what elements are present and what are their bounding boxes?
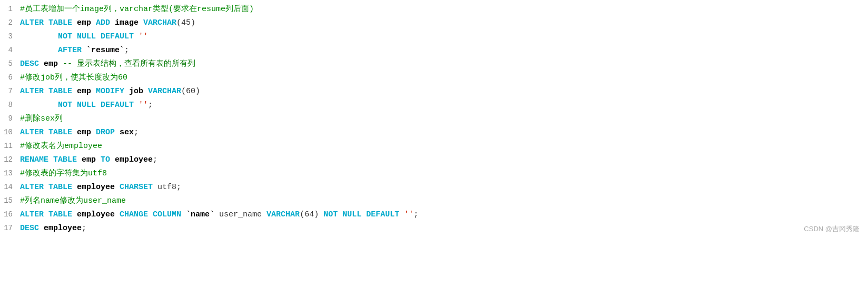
line-content: #员工表增加一个image列，varchar类型(要求在resume列后面)	[20, 3, 868, 16]
line-content: AFTER `resume`;	[20, 44, 868, 57]
code-token: `name`	[186, 210, 219, 219]
code-token: TO	[101, 155, 115, 164]
code-token: #修改表的字符集为utf8	[20, 169, 107, 178]
code-token: RENAME TABLE	[20, 155, 82, 164]
code-token: emp	[77, 128, 96, 137]
code-line: 3 NOT NULL DEFAULT ''	[0, 31, 868, 44]
code-token: AFTER	[20, 46, 86, 55]
code-token: employee	[115, 155, 153, 164]
code-token: DESC	[20, 60, 44, 68]
code-token: (45)	[176, 18, 195, 27]
code-line: 8 NOT NULL DEFAULT '';	[0, 99, 868, 113]
line-content: ALTER TABLE employee CHANGE COLUMN `name…	[20, 209, 868, 221]
code-token: utf8	[157, 183, 176, 192]
code-token: ALTER TABLE	[20, 128, 77, 137]
code-token: ALTER TABLE	[20, 87, 77, 96]
line-content: NOT NULL DEFAULT ''	[20, 31, 868, 43]
code-token: #列名name修改为user_name	[20, 196, 126, 205]
code-token: employee	[44, 224, 82, 233]
code-token: ''	[404, 210, 413, 219]
line-content: DESC employee;	[20, 222, 868, 235]
code-token: VARCHAR	[148, 87, 181, 96]
line-number: 11	[0, 140, 20, 152]
line-number: 4	[0, 44, 20, 56]
line-content: DESC emp -- 显示表结构，查看所有表的所有列	[20, 58, 868, 71]
code-token: employee	[77, 210, 120, 219]
code-token: #修改job列，使其长度改为60	[20, 73, 127, 82]
line-number: 12	[0, 154, 20, 165]
code-token: sex	[120, 128, 134, 137]
code-token: CHARSET	[120, 183, 157, 192]
code-line: 14ALTER TABLE employee CHARSET utf8;	[0, 181, 868, 195]
code-line: 15#列名name修改为user_name	[0, 195, 868, 209]
line-number: 7	[0, 85, 20, 97]
line-number: 14	[0, 181, 20, 193]
code-token: employee	[77, 183, 120, 192]
code-token: (64)	[300, 210, 323, 219]
line-content: #修改表名为employee	[20, 140, 868, 153]
watermark: CSDN @吉冈秀隆	[804, 224, 860, 235]
code-token: ALTER TABLE	[20, 183, 77, 192]
line-content: RENAME TABLE emp TO employee;	[20, 154, 868, 166]
code-token: #删除sex列	[20, 114, 63, 123]
code-token: ;	[82, 224, 86, 233]
code-token: ;	[153, 155, 157, 164]
line-number: 16	[0, 209, 20, 220]
code-token: emp	[77, 18, 96, 27]
code-line: 13#修改表的字符集为utf8	[0, 167, 868, 181]
line-content: NOT NULL DEFAULT '';	[20, 99, 868, 112]
code-token: (60)	[181, 87, 200, 96]
code-token: VARCHAR	[267, 210, 300, 219]
line-number: 17	[0, 222, 20, 234]
line-number: 15	[0, 195, 20, 206]
code-line: 12RENAME TABLE emp TO employee;	[0, 154, 868, 167]
line-number: 5	[0, 58, 20, 70]
code-line: 9#删除sex列	[0, 113, 868, 126]
code-token: MODIFY	[96, 87, 129, 96]
code-token: #员工表增加一个image列，varchar类型(要求在resume列后面)	[20, 5, 254, 14]
code-token: DROP	[96, 128, 120, 137]
code-line: 2ALTER TABLE emp ADD image VARCHAR(45)	[0, 17, 868, 31]
code-token: ''	[139, 101, 148, 110]
code-editor: 1#员工表增加一个image列，varchar类型(要求在resume列后面)2…	[0, 0, 868, 239]
line-number: 3	[0, 31, 20, 42]
code-line: 16ALTER TABLE employee CHANGE COLUMN `na…	[0, 209, 868, 222]
code-token: ;	[124, 46, 129, 55]
code-token: emp	[77, 87, 96, 96]
code-line: 4 AFTER `resume`;	[0, 44, 868, 58]
line-number: 1	[0, 3, 20, 15]
code-token: user_name	[219, 210, 267, 219]
code-token: ''	[139, 32, 148, 41]
code-token: emp	[82, 155, 101, 164]
line-content: ALTER TABLE employee CHARSET utf8;	[20, 181, 868, 194]
code-token: ADD	[96, 18, 115, 27]
code-token: ALTER TABLE	[20, 210, 77, 219]
code-token: #修改表名为employee	[20, 142, 102, 151]
code-line: 10ALTER TABLE emp DROP sex;	[0, 126, 868, 140]
code-token: ALTER TABLE	[20, 18, 77, 27]
line-number: 10	[0, 126, 20, 138]
code-line: 7ALTER TABLE emp MODIFY job VARCHAR(60)	[0, 85, 868, 99]
line-content: ALTER TABLE emp DROP sex;	[20, 126, 868, 139]
line-number: 9	[0, 113, 20, 124]
code-line: 11#修改表名为employee	[0, 140, 868, 154]
line-number: 13	[0, 167, 20, 179]
code-token: NOT NULL DEFAULT	[20, 32, 139, 41]
line-content: #修改表的字符集为utf8	[20, 167, 868, 180]
line-content: ALTER TABLE emp MODIFY job VARCHAR(60)	[20, 85, 868, 98]
line-content: ALTER TABLE emp ADD image VARCHAR(45)	[20, 17, 868, 29]
code-token: emp	[44, 60, 63, 68]
code-token: NOT NULL DEFAULT	[323, 210, 404, 219]
code-token: ;	[134, 128, 139, 137]
code-token: CHANGE COLUMN	[120, 210, 186, 219]
code-token: DESC	[20, 224, 44, 233]
code-token: image	[115, 18, 143, 27]
code-token: -- 显示表结构，查看所有表的所有列	[63, 60, 195, 68]
code-line: 17DESC employee;	[0, 222, 868, 236]
code-token: `resume`	[86, 46, 124, 55]
line-content: #列名name修改为user_name	[20, 195, 868, 207]
code-token: ;	[176, 183, 181, 192]
line-number: 2	[0, 17, 20, 28]
line-content: #修改job列，使其长度改为60	[20, 72, 868, 84]
code-token: NOT NULL DEFAULT	[20, 101, 139, 110]
